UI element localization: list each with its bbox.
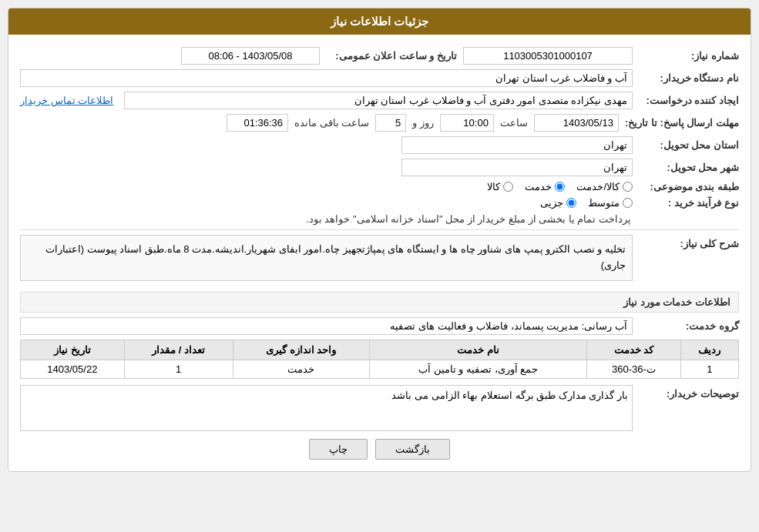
back-button[interactable]: بازگشت xyxy=(375,439,450,460)
need-number-label: شماره نیاز: xyxy=(639,50,739,62)
deadline-remaining-label: ساعت باقی مانده xyxy=(294,117,369,129)
service-group-label: گروه خدمت: xyxy=(639,320,739,332)
need-desc-value: تخلیه و نصب الکترو پمپ های شناور چاه ها … xyxy=(20,235,633,281)
purchase-type-label: نوع فرآیند خرید : xyxy=(639,197,739,209)
city-label: شهر محل تحویل: xyxy=(639,162,739,173)
cell-unit: خدمت xyxy=(233,360,370,378)
deadline-date: 1403/05/13 xyxy=(534,114,619,132)
cell-date: 1403/05/22 xyxy=(21,360,125,378)
creator-label: ایجاد کننده درخواست: xyxy=(639,95,739,106)
table-row: 1 ت-36-360 جمع آوری، تصفیه و تامین آب خد… xyxy=(21,360,739,378)
buyer-org-value: آب و فاضلاب غرب استان تهران xyxy=(20,69,633,87)
category-label: طبقه بندی موضوعی: xyxy=(639,181,739,192)
deadline-remaining: 01:36:36 xyxy=(227,114,288,132)
col-date: تاریخ نیاز xyxy=(21,340,125,360)
purchase-type-jozi[interactable]: جزیی xyxy=(540,197,576,209)
page-title: جزئیات اطلاعات نیاز xyxy=(331,15,428,28)
deadline-days-label: روز و xyxy=(412,117,434,129)
items-table: ردیف کد خدمت نام خدمت واحد اندازه گیری ت… xyxy=(20,340,739,379)
col-row-num: ردیف xyxy=(680,340,738,360)
deadline-time: 10:00 xyxy=(440,114,494,132)
need-number-value: 1103005301000107 xyxy=(463,47,633,65)
page-header: جزئیات اطلاعات نیاز xyxy=(8,8,751,35)
category-option-kala[interactable]: کالا xyxy=(487,181,513,192)
buyer-notes-textarea[interactable] xyxy=(20,385,633,431)
creator-contact-link[interactable]: اطلاعات تماس خریدار xyxy=(20,95,113,106)
city-value: تهران xyxy=(401,159,633,176)
province-label: استان محل تحویل: xyxy=(639,139,739,151)
service-group-value: آب رسانی: مدیریت پسماند، فاضلاب و فعالیت… xyxy=(20,317,633,335)
category-option-khedmat[interactable]: خدمت xyxy=(525,181,565,192)
col-service-code: کد خدمت xyxy=(587,340,680,360)
province-value: تهران xyxy=(401,136,633,154)
cell-qty: 1 xyxy=(124,360,233,378)
purchase-type-motavaset[interactable]: متوسط xyxy=(588,197,633,209)
service-info-section-title: اطلاعات خدمات مورد نیاز xyxy=(20,292,739,313)
announce-datetime-value: 1403/05/08 - 08:06 xyxy=(181,47,320,65)
category-option-kala_khedmat[interactable]: کالا/خدمت xyxy=(576,181,633,192)
purchase-type-radio-group: متوسط جزیی xyxy=(20,197,633,209)
col-service-name: نام خدمت xyxy=(370,340,587,360)
button-row: بازگشت چاپ xyxy=(20,439,739,460)
need-desc-section-label: شرح کلی نیاز: xyxy=(639,235,739,249)
col-unit: واحد اندازه گیری xyxy=(233,340,370,360)
deadline-days: 5 xyxy=(375,114,406,132)
cell-service-code: ت-36-360 xyxy=(587,360,680,378)
announce-datetime-label: تاریخ و ساعت اعلان عمومی: xyxy=(326,50,457,62)
deadline-time-label: ساعت xyxy=(500,117,528,129)
creator-value: مهدی نیکزاده متصدی امور دفتری آب و فاضلا… xyxy=(124,92,633,109)
buyer-org-label: نام دستگاه خریدار: xyxy=(639,72,739,84)
print-button[interactable]: چاپ xyxy=(309,439,368,460)
purchase-type-note: پرداخت تمام یا بخشی از مبلغ خریدار از مح… xyxy=(20,213,631,225)
deadline-label: مهلت ارسال پاسخ: تا تاریخ: xyxy=(625,117,739,129)
buyer-notes-label: توصیحات خریدار: xyxy=(639,385,739,400)
cell-service-name: جمع آوری، تصفیه و تامین آب xyxy=(370,360,587,378)
cell-row-num: 1 xyxy=(680,360,738,378)
category-radio-group: کالا/خدمت خدمت کالا xyxy=(20,181,633,192)
col-qty: تعداد / مقدار xyxy=(124,340,233,360)
